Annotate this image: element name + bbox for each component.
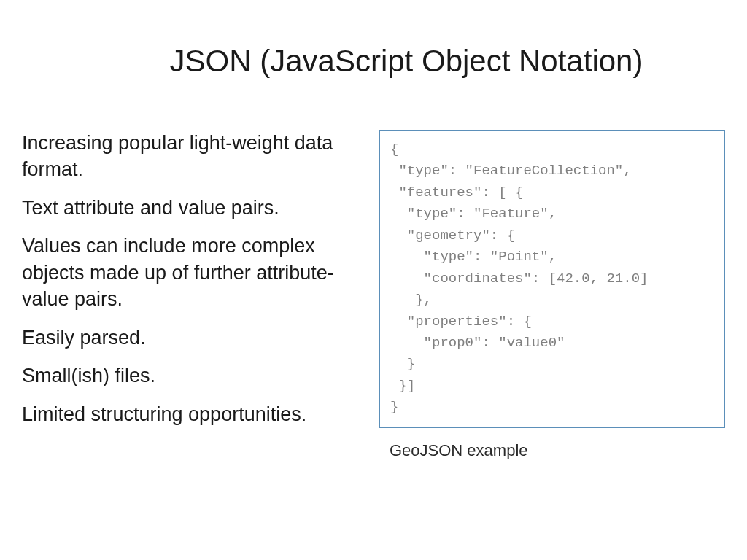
bullet-item: Increasing popular light-weight data for… (22, 130, 357, 183)
bullet-item: Values can include more complex objects … (22, 233, 357, 312)
right-column: { "type": "FeatureCollection", "features… (379, 130, 725, 460)
bullet-item: Easily parsed. (22, 324, 357, 351)
code-example: { "type": "FeatureCollection", "features… (379, 130, 725, 428)
slide-title: JSON (JavaScript Object Notation) (22, 44, 725, 79)
left-column: Increasing popular light-weight data for… (22, 130, 357, 460)
slide: JSON (JavaScript Object Notation) Increa… (0, 0, 747, 560)
bullet-item: Limited structuring opportunities. (22, 401, 357, 427)
bullet-item: Text attribute and value pairs. (22, 195, 357, 221)
bullet-item: Small(ish) files. (22, 362, 357, 389)
content-area: Increasing popular light-weight data for… (22, 130, 725, 460)
code-caption: GeoJSON example (379, 441, 725, 460)
